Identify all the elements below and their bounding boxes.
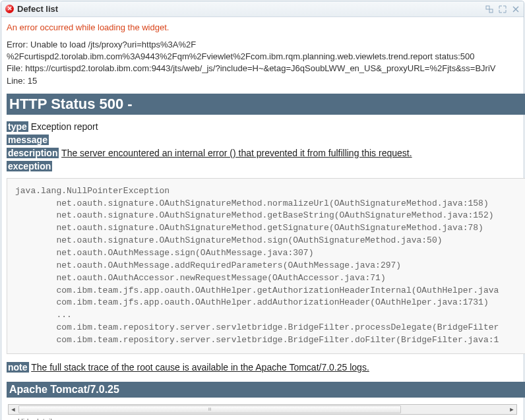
widget-panel: ✕ Defect list An error occurred while lo… xyxy=(1,1,524,420)
scrollbar-thumb[interactable] xyxy=(18,405,401,413)
report-type-row: type Exception report xyxy=(7,121,525,132)
svg-rect-1 xyxy=(489,9,493,13)
footer-banner: Apache Tomcat/7.0.25 xyxy=(7,382,525,398)
horizontal-scrollbar[interactable]: ◄ ► xyxy=(8,404,517,415)
report-note-row: note The full stack trace of the root ca… xyxy=(7,362,525,373)
http-status-banner: HTTP Status 500 - xyxy=(7,94,525,115)
report-message-row: message xyxy=(7,135,525,145)
scroll-left-button[interactable]: ◄ xyxy=(9,405,18,414)
report-message-label: message xyxy=(7,135,49,145)
svg-rect-0 xyxy=(486,6,489,9)
server-error-report: HTTP Status 500 - type Exception report … xyxy=(7,94,525,398)
hide-details-label: Hide details xyxy=(18,417,55,420)
hide-details-link[interactable]: ▲Hide details xyxy=(7,416,518,420)
report-description-label: description xyxy=(7,148,59,158)
title-actions xyxy=(485,5,520,13)
error-summary: An error occurred while loading the widg… xyxy=(7,22,518,32)
close-icon[interactable] xyxy=(512,5,520,13)
report-note-value: The full stack trace of the root cause i… xyxy=(31,362,369,373)
report-note-label: note xyxy=(7,362,29,373)
error-detail: Error: Unable to load /jts/proxy?uri=htt… xyxy=(7,39,518,87)
maximize-icon[interactable] xyxy=(499,5,507,13)
settings-icon[interactable] xyxy=(485,5,493,13)
report-type-label: type xyxy=(7,121,28,132)
report-exception-row: exception xyxy=(7,161,525,171)
widget-titlebar: ✕ Defect list xyxy=(1,1,524,17)
stack-trace: java.lang.NullPointerException net.oauth… xyxy=(7,178,525,354)
report-type-value: Exception report xyxy=(31,121,98,132)
scroll-right-button[interactable]: ► xyxy=(507,405,516,414)
report-description-value: The server encountered an internal error… xyxy=(61,148,412,158)
report-exception-label: exception xyxy=(7,161,52,171)
error-icon: ✕ xyxy=(5,5,14,13)
widget-title: Defect list xyxy=(17,4,485,14)
scrollbar-track[interactable] xyxy=(18,405,507,414)
report-description-row: description The server encountered an in… xyxy=(7,148,525,158)
widget-body: An error occurred while loading the widg… xyxy=(1,17,524,420)
